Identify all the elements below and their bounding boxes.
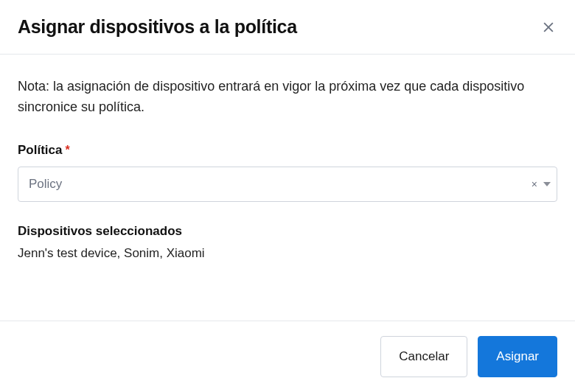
clear-selection-icon[interactable]: × bbox=[530, 178, 539, 191]
policy-select-value: Policy bbox=[29, 177, 62, 192]
policy-label-row: Política * bbox=[18, 143, 557, 158]
policy-select[interactable]: Policy × bbox=[18, 167, 557, 202]
selected-devices-list: Jenn's test device, Sonim, Xiaomi bbox=[18, 246, 557, 261]
policy-field-label: Política bbox=[18, 143, 62, 158]
required-indicator: * bbox=[65, 144, 69, 157]
chevron-down-icon[interactable] bbox=[543, 182, 551, 186]
modal-title: Asignar dispositivos a la política bbox=[18, 16, 297, 38]
close-icon bbox=[541, 20, 556, 35]
modal-header: Asignar dispositivos a la política bbox=[0, 0, 575, 54]
modal-footer: Cancelar Asignar bbox=[0, 321, 575, 392]
cancel-button[interactable]: Cancelar bbox=[380, 336, 467, 377]
note-text: Nota: la asignación de dispositivo entra… bbox=[18, 77, 534, 118]
modal-body: Nota: la asignación de dispositivo entra… bbox=[0, 55, 575, 279]
select-controls: × bbox=[530, 178, 551, 191]
selected-devices-heading: Dispositivos seleccionados bbox=[18, 224, 557, 239]
close-button[interactable] bbox=[540, 18, 557, 36]
assign-button[interactable]: Asignar bbox=[478, 336, 557, 377]
